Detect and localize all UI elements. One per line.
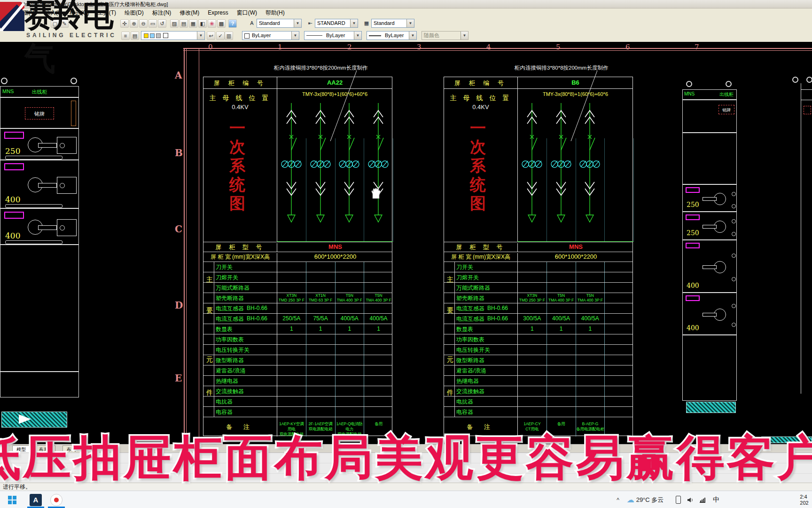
component-label: 电流互感器 <box>456 315 484 323</box>
menu-item-v[interactable]: 视图(V) <box>13 8 40 17</box>
indicator-lamp-icon <box>686 214 700 220</box>
component-row: 微型断路器 <box>444 355 632 365</box>
component-value-cell <box>547 355 576 365</box>
zoom-window-icon[interactable]: ▭ <box>148 19 157 28</box>
component-value-cell <box>335 334 364 344</box>
component-label: 功率因数表 <box>456 336 484 344</box>
markup-set-icon[interactable]: ❀ <box>208 19 216 28</box>
feeder-symbol-group <box>338 103 360 242</box>
bottom-compartment <box>0 372 79 397</box>
component-row: 塑壳断路器XT3N TMD 250 3P FXT1N TMD 63 3P FT5… <box>203 293 392 303</box>
feeder-symbol-group <box>309 103 332 242</box>
drawing-canvas[interactable]: 01234567ABCDE柜内连接铜排3*80*8按200mm长度制作屏 柜 编… <box>0 42 812 444</box>
text-style-combo[interactable]: Standard▼ <box>257 19 302 28</box>
network-icon[interactable] <box>697 493 708 507</box>
zoom-previous-icon[interactable]: ↺ <box>158 19 166 28</box>
menu-item-o[interactable]: 格式(O) <box>65 8 93 17</box>
linetype-combo[interactable]: ByLayer▼ <box>304 31 362 40</box>
menu-item-i[interactable]: 插入(I) <box>40 8 65 17</box>
standard-toolbar: ▢✎✣⊕⊖▭↺▨▤▦◧❀▩?AStandard▼⇤STANDARD▼▦Stand… <box>0 17 812 30</box>
component-value-cell <box>517 303 547 313</box>
feeder-circuit-symbol <box>280 103 303 242</box>
text-style-icon: A <box>248 20 256 27</box>
dropdown-arrow-icon[interactable]: ▼ <box>406 19 414 27</box>
drawer-rating: 250 <box>687 201 699 208</box>
weather-condition: 多云 <box>651 496 664 504</box>
menu-item-h[interactable]: 帮助(H) <box>261 8 289 17</box>
lineweight-combo-value: ByLayer <box>385 32 404 38</box>
dropdown-arrow-icon[interactable]: ▼ <box>291 32 299 40</box>
dropdown-arrow-icon[interactable]: ▼ <box>197 32 204 40</box>
component-value-cell <box>306 365 335 375</box>
layer-prev-icon[interactable]: ↩ <box>207 32 215 40</box>
phone-icon[interactable] <box>673 493 683 507</box>
component-row: 避雷器/浪涌 <box>203 365 392 375</box>
component-value-cell <box>306 283 335 293</box>
menu-item-d[interactable]: 绘图(D) <box>120 8 148 17</box>
component-value-cell <box>364 376 393 386</box>
component-row: 刀开关 <box>203 262 392 272</box>
dropdown-arrow-icon[interactable]: ▼ <box>409 32 416 40</box>
markup-icon[interactable]: ✎ <box>60 19 69 28</box>
menu-item-express[interactable]: Express <box>203 8 232 17</box>
component-value-cell <box>306 272 335 282</box>
dropdown-arrow-icon[interactable]: ▼ <box>461 32 468 40</box>
nameplate: 铭牌 <box>25 107 54 119</box>
taskbar-recorder-app[interactable] <box>47 493 66 507</box>
ruler-column-number: 3 <box>417 43 422 51</box>
sheet-icon[interactable]: ▢ <box>51 19 59 28</box>
dropdown-arrow-icon[interactable]: ▼ <box>294 19 301 27</box>
component-row: 塑壳断路器XT3N TMD 250 3P FT5N TMA 400 3P FT5… <box>444 293 632 303</box>
tray-expand-chevron[interactable]: ^ <box>613 493 623 507</box>
drawer-unit: 400 <box>682 293 737 335</box>
menu-item-n[interactable]: 标注(N) <box>148 8 176 17</box>
component-value-cell <box>364 303 393 313</box>
pan-hand-icon[interactable]: ✣ <box>120 19 129 28</box>
layer-walk-icon[interactable]: ▥ <box>225 32 233 40</box>
plot-style-combo[interactable]: 随颜色▼ <box>422 31 468 40</box>
start-button[interactable] <box>3 493 22 507</box>
layer-state-icon <box>144 33 148 38</box>
taskbar-clock[interactable]: 2:4202 <box>796 493 812 507</box>
match-properties-icon[interactable]: ▨ <box>170 19 179 28</box>
drawer-rating: 250 <box>687 229 699 237</box>
properties-icon[interactable]: ◧ <box>198 19 207 28</box>
menu-item-t[interactable]: 工具(T) <box>94 8 120 17</box>
component-value-cell <box>547 334 576 344</box>
calculator-icon[interactable]: ▩ <box>217 19 226 28</box>
color-combo[interactable]: ByLayer▼ <box>242 31 299 40</box>
component-spec: BH-0.66 <box>247 315 267 322</box>
zoom-in-icon[interactable]: ⊕ <box>130 19 138 28</box>
tool-palette-icon[interactable]: ▤ <box>180 19 188 28</box>
table-style-combo[interactable]: Standard▼ <box>371 19 414 28</box>
component-value-cell <box>517 345 547 355</box>
ime-indicator[interactable]: 中 <box>710 493 722 507</box>
drawer-unit: 400 <box>0 160 79 208</box>
component-value-cell: 1 <box>576 324 605 334</box>
layer-properties-icon[interactable]: ≡ <box>121 32 130 40</box>
autocad-window: 07 - [C:\Users\Administrator\Desktop\上饶应… <box>0 0 812 508</box>
menu-item-m[interactable]: 修改(M) <box>175 8 203 17</box>
make-current-icon[interactable]: ✓ <box>216 32 225 40</box>
zoom-out-icon[interactable]: ⊖ <box>139 19 148 28</box>
dropdown-arrow-icon[interactable]: ▼ <box>354 32 361 40</box>
nameplate: 铭牌 <box>718 105 734 114</box>
menu-item-w[interactable]: 窗口(W) <box>233 8 261 17</box>
help-icon[interactable]: ? <box>228 19 237 28</box>
lineweight-combo[interactable]: ByLayer▼ <box>367 31 417 40</box>
component-value-cell <box>604 314 633 324</box>
layer-combo[interactable]: ▼ <box>141 31 205 40</box>
design-center-icon[interactable]: ▦ <box>189 19 197 28</box>
weather-status[interactable]: ☁29°C 多云 <box>624 493 666 507</box>
component-value-cell: 75/5A <box>306 314 335 324</box>
layer-states-icon[interactable]: ▤ <box>131 32 139 40</box>
speaker-icon[interactable] <box>685 493 695 507</box>
table-style-combo-value: Standard <box>374 20 395 26</box>
component-value-cell <box>517 365 547 375</box>
component-value-cell <box>576 303 605 313</box>
dropdown-arrow-icon[interactable]: ▼ <box>350 19 358 27</box>
dim-style-combo[interactable]: STANDARD▼ <box>315 19 358 28</box>
drawer-rail <box>5 240 62 244</box>
component-row: 避雷器/浪涌 <box>444 365 632 375</box>
taskbar-autocad-app[interactable]: A <box>26 493 45 507</box>
